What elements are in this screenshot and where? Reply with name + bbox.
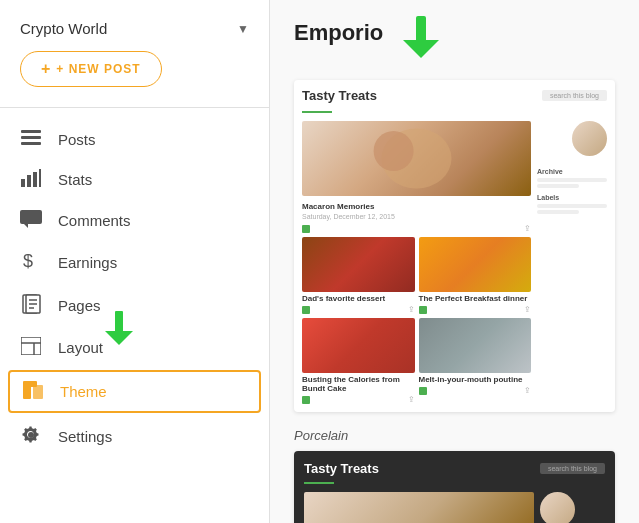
dark-featured-img bbox=[304, 492, 534, 523]
theme-card-porcelain[interactable]: Tasty Treats search this blog Macaron Me… bbox=[294, 80, 615, 412]
side-avatar bbox=[572, 121, 607, 156]
labels-label: Labels bbox=[537, 194, 607, 201]
post1-title: Macaron Memories bbox=[302, 202, 531, 211]
new-post-label: + NEW POST bbox=[56, 62, 140, 76]
sidebar-item-pages[interactable]: Pages bbox=[0, 284, 269, 327]
main-content: Emporio Tasty Treats search this blog bbox=[270, 0, 639, 523]
share-icon-2: ⇪ bbox=[408, 305, 415, 314]
post-dot bbox=[302, 225, 310, 233]
divider bbox=[0, 107, 269, 108]
list-icon bbox=[20, 130, 42, 149]
svg-rect-20 bbox=[23, 385, 31, 399]
svg-marker-19 bbox=[105, 331, 133, 345]
pages-icon bbox=[20, 294, 42, 317]
svg-rect-3 bbox=[21, 179, 25, 187]
archive-label: Archive bbox=[537, 168, 607, 175]
preview-search: search this blog bbox=[542, 90, 607, 101]
post1-actions: ⇪ bbox=[302, 224, 531, 233]
svg-rect-4 bbox=[27, 175, 31, 187]
side-line-2 bbox=[537, 184, 579, 188]
chevron-down-icon: ▼ bbox=[237, 22, 249, 36]
grid-img-2 bbox=[419, 237, 532, 292]
svg-rect-0 bbox=[21, 130, 41, 133]
preview-side-col: Archive Labels bbox=[537, 121, 607, 404]
grid-post-1: Dad's favorite dessert ⇪ bbox=[302, 237, 415, 314]
featured-image bbox=[302, 121, 531, 196]
svg-rect-7 bbox=[20, 210, 42, 224]
plus-icon: + bbox=[41, 60, 50, 78]
theme-label: Theme bbox=[60, 383, 107, 400]
svg-rect-2 bbox=[21, 142, 41, 145]
share-icon-3: ⇪ bbox=[524, 305, 531, 314]
earnings-icon: $ bbox=[20, 251, 42, 274]
svg-rect-5 bbox=[33, 172, 37, 187]
dark-preview-content bbox=[304, 492, 605, 523]
theme-card-dark[interactable]: Tasty Treats search this blog bbox=[294, 451, 615, 523]
post5-actions: ⇪ bbox=[419, 386, 532, 395]
earnings-label: Earnings bbox=[58, 254, 117, 271]
post4-title: Busting the Calories from Bundt Cake bbox=[302, 375, 415, 393]
blog-preview-porcelain: Tasty Treats search this blog Macaron Me… bbox=[294, 80, 615, 412]
page-title: Emporio bbox=[294, 20, 383, 46]
grid-post-2: The Perfect Breakfast dinner ⇪ bbox=[419, 237, 532, 314]
post-dot-2 bbox=[302, 306, 310, 314]
grid-img-1 bbox=[302, 237, 415, 292]
stats-label: Stats bbox=[58, 171, 92, 188]
side-line-1 bbox=[537, 178, 607, 182]
svg-rect-24 bbox=[416, 16, 426, 42]
side-line-3 bbox=[537, 204, 607, 208]
post-dot-5 bbox=[419, 387, 427, 395]
post-dot-3 bbox=[419, 306, 427, 314]
blog-selector[interactable]: Crypto World ▼ bbox=[0, 10, 269, 51]
theme-porcelain-label: Porcelain bbox=[294, 422, 615, 451]
sidebar-item-theme[interactable]: Theme bbox=[8, 370, 261, 413]
share-icon: ⇪ bbox=[524, 224, 531, 233]
preview-green-line bbox=[302, 111, 332, 113]
sidebar-item-comments[interactable]: Comments bbox=[0, 200, 269, 241]
dark-side-col bbox=[540, 492, 605, 523]
posts-label: Posts bbox=[58, 131, 96, 148]
sidebar-item-stats[interactable]: Stats bbox=[0, 159, 269, 200]
post2-title: Dad's favorite dessert bbox=[302, 294, 415, 303]
dark-main-col bbox=[304, 492, 534, 523]
page-title-row: Emporio bbox=[294, 20, 615, 64]
new-post-button[interactable]: + + NEW POST bbox=[20, 51, 162, 87]
blog-name: Crypto World bbox=[20, 20, 107, 37]
side-line-4 bbox=[537, 210, 579, 214]
grid-post-4: Melt-in-your-mouth poutine ⇪ bbox=[419, 318, 532, 404]
pages-label: Pages bbox=[58, 297, 101, 314]
dark-side-avatar bbox=[540, 492, 575, 523]
svg-rect-15 bbox=[21, 337, 41, 355]
dark-search: search this blog bbox=[540, 463, 605, 474]
settings-label: Settings bbox=[58, 428, 112, 445]
comments-icon bbox=[20, 210, 42, 231]
sidebar: Crypto World ▼ + + NEW POST Posts Stats bbox=[0, 0, 270, 523]
svg-rect-6 bbox=[39, 169, 41, 187]
svg-marker-25 bbox=[403, 40, 439, 58]
preview-main-col: Macaron Memories Saturday, December 12, … bbox=[302, 121, 531, 404]
main-arrow-icon bbox=[403, 16, 439, 64]
dark-green-line bbox=[304, 482, 334, 484]
svg-marker-8 bbox=[24, 224, 28, 228]
post3-actions: ⇪ bbox=[419, 305, 532, 314]
post1-date: Saturday, December 12, 2015 bbox=[302, 213, 531, 220]
svg-rect-18 bbox=[115, 311, 123, 333]
post4-actions: ⇪ bbox=[302, 395, 415, 404]
layout-arrow-icon bbox=[105, 311, 133, 348]
blog-preview-dark: Tasty Treats search this blog bbox=[294, 451, 615, 523]
dark-blog-title: Tasty Treats bbox=[304, 461, 379, 476]
settings-icon bbox=[20, 425, 42, 448]
sidebar-item-layout[interactable]: Layout bbox=[0, 327, 269, 368]
sidebar-item-settings[interactable]: Settings bbox=[0, 415, 269, 458]
grid-img-4 bbox=[419, 318, 532, 373]
svg-rect-1 bbox=[21, 136, 41, 139]
post-dot-4 bbox=[302, 396, 310, 404]
grid-img-3 bbox=[302, 318, 415, 373]
svg-rect-22 bbox=[33, 385, 43, 399]
layout-icon bbox=[20, 337, 42, 358]
stats-icon bbox=[20, 169, 42, 190]
post3-title: The Perfect Breakfast dinner bbox=[419, 294, 532, 303]
sidebar-item-earnings[interactable]: $ Earnings bbox=[0, 241, 269, 284]
sidebar-item-posts[interactable]: Posts bbox=[0, 120, 269, 159]
svg-text:$: $ bbox=[23, 251, 33, 271]
